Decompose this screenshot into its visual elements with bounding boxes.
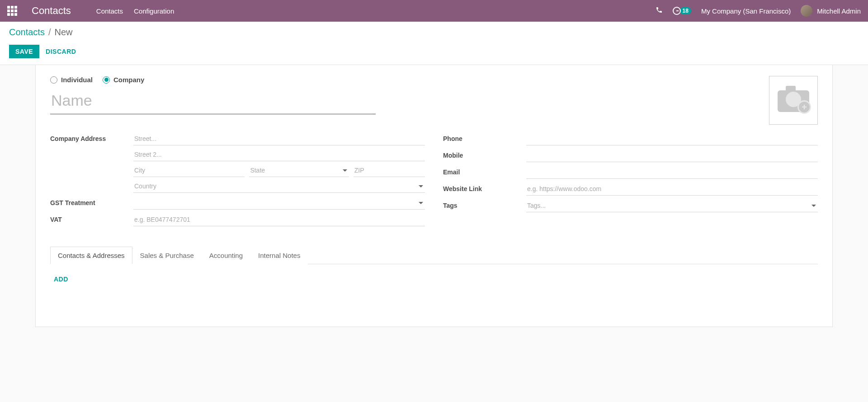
avatar: [801, 5, 812, 17]
street2-input[interactable]: [133, 148, 425, 161]
tab-internal-notes[interactable]: Internal Notes: [250, 247, 308, 264]
save-button[interactable]: SAVE: [9, 45, 39, 58]
label-phone: Phone: [443, 132, 526, 142]
label-tags: Tags: [443, 199, 526, 209]
zip-input[interactable]: [354, 164, 425, 177]
tabs: Contacts & Addresses Sales & Purchase Ac…: [50, 246, 818, 264]
breadcrumb-contacts[interactable]: Contacts: [9, 27, 45, 37]
radio-label: Company: [113, 76, 144, 84]
name-input[interactable]: [50, 89, 376, 114]
street-input[interactable]: [133, 132, 425, 145]
breadcrumb-separator: /: [48, 27, 51, 37]
menu-configuration[interactable]: Configuration: [134, 7, 174, 15]
radio-icon: [50, 76, 57, 84]
notifications[interactable]: 18: [673, 7, 691, 15]
gst-treatment-input[interactable]: [133, 196, 425, 210]
notification-badge: 18: [680, 7, 691, 14]
page-scroll[interactable]: Individual Company +: [0, 65, 868, 395]
tags-input[interactable]: [526, 199, 818, 212]
mobile-input[interactable]: [526, 149, 818, 162]
clock-icon: [673, 7, 681, 15]
user-menu[interactable]: Mitchell Admin: [801, 5, 861, 17]
vat-input[interactable]: [133, 213, 425, 226]
control-bar: Contacts / New SAVE DISCARD: [0, 22, 868, 65]
breadcrumb: Contacts / New: [9, 27, 859, 37]
radio-company[interactable]: Company: [103, 76, 144, 84]
apps-icon[interactable]: [7, 6, 17, 16]
form-sheet: Individual Company +: [35, 65, 833, 327]
app-brand: Contacts: [32, 5, 71, 17]
camera-icon: +: [778, 89, 809, 112]
radio-label: Individual: [61, 76, 93, 84]
user-name: Mitchell Admin: [817, 7, 861, 15]
email-input[interactable]: [526, 166, 818, 179]
breadcrumb-current: New: [55, 27, 73, 37]
phone-icon[interactable]: [656, 6, 663, 15]
city-input[interactable]: [133, 164, 245, 177]
topbar: Contacts Contacts Configuration 18 My Co…: [0, 0, 868, 22]
discard-button[interactable]: DISCARD: [46, 48, 76, 55]
add-button[interactable]: ADD: [54, 276, 68, 283]
tab-sales-purchase[interactable]: Sales & Purchase: [132, 247, 202, 264]
label-email: Email: [443, 166, 526, 176]
state-input[interactable]: [249, 164, 349, 177]
label-company-address: Company Address: [50, 132, 133, 142]
label-website: Website Link: [443, 182, 526, 192]
company-selector[interactable]: My Company (San Francisco): [701, 7, 791, 15]
radio-individual[interactable]: Individual: [50, 76, 93, 84]
tab-content: ADD: [50, 264, 818, 294]
label-vat: VAT: [50, 213, 133, 223]
tab-accounting[interactable]: Accounting: [202, 247, 250, 264]
country-input[interactable]: [133, 180, 425, 193]
menu-contacts[interactable]: Contacts: [96, 7, 123, 15]
label-mobile: Mobile: [443, 149, 526, 159]
radio-icon: [103, 76, 110, 84]
website-input[interactable]: [526, 182, 818, 196]
phone-input[interactable]: [526, 132, 818, 145]
tab-contacts-addresses[interactable]: Contacts & Addresses: [50, 247, 132, 264]
image-upload[interactable]: +: [769, 76, 818, 125]
label-gst-treatment: GST Treatment: [50, 196, 133, 206]
